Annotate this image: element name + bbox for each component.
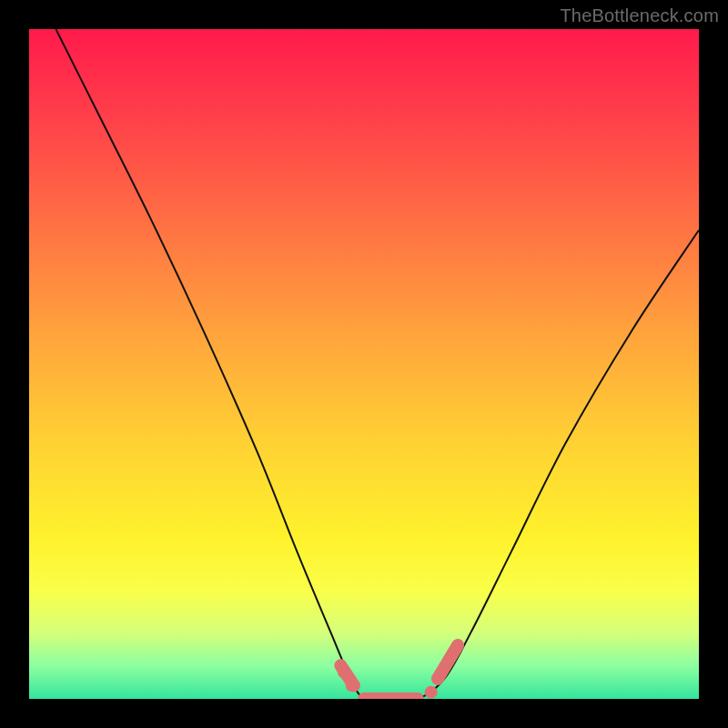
plot-area	[29, 29, 699, 699]
curve-layer	[29, 29, 699, 699]
highlight-markers	[338, 645, 458, 699]
highlight-segment	[438, 645, 458, 679]
bottleneck-curve	[56, 29, 699, 699]
highlight-point	[338, 666, 350, 679]
highlight-point	[425, 686, 438, 699]
chart-frame: TheBottleneck.com	[0, 0, 728, 728]
watermark-text: TheBottleneck.com	[560, 5, 719, 26]
highlight-point	[346, 679, 359, 692]
